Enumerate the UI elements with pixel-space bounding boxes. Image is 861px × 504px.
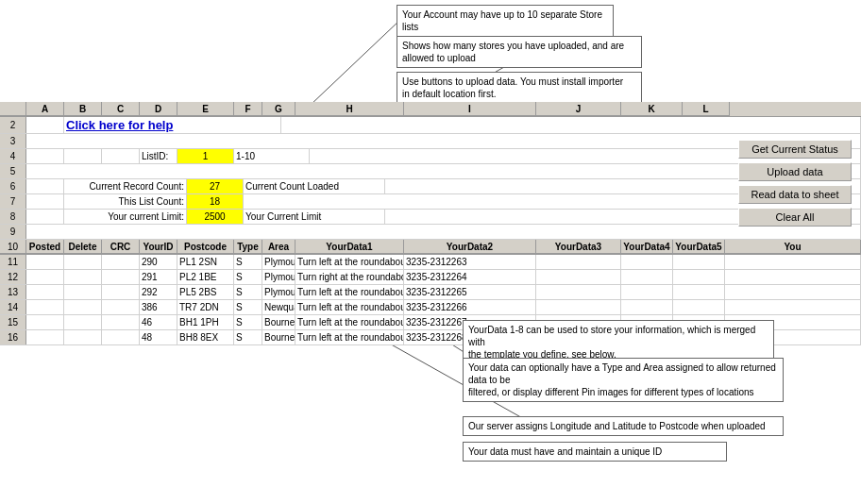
help-link[interactable]: Click here for help: [66, 118, 173, 132]
annotation-store-lists: Your Account may have up to 10 separate …: [397, 5, 614, 37]
buttons-panel: Get Current Status Upload data Read data…: [738, 140, 852, 230]
row-num-6: 6: [0, 179, 26, 193]
col-yourdata3: YourData3: [536, 240, 621, 254]
cell-4f-range: 1-10: [234, 149, 310, 163]
col-header-rownum: [0, 102, 26, 116]
annotation-use-buttons: Use buttons to upload data. You must ins…: [397, 72, 642, 104]
get-current-status-button[interactable]: Get Current Status: [738, 140, 852, 159]
table-row: 13 292 PL5 2BS S Plymouth Plymouth Turn …: [0, 285, 861, 300]
cell-4e-listid[interactable]: 1: [177, 149, 234, 163]
cell-5: [26, 164, 861, 178]
col-you: You: [725, 240, 861, 254]
table-row: 11 290 PL1 2SN S Plymouth Devon Turn lef…: [0, 255, 861, 270]
col-header-k: K: [621, 102, 683, 116]
cell-7-label: This List Count:: [64, 194, 187, 209]
cell-8-label: Your current Limit:: [64, 210, 187, 224]
clear-all-button[interactable]: Clear All: [738, 208, 852, 227]
col-header-a: A: [26, 102, 64, 116]
col-header-l: L: [683, 102, 730, 116]
cell-8-value: 2500: [187, 210, 244, 224]
cell-4a: [26, 149, 64, 163]
annotation-type-area: Your data can optionally have a Type and…: [463, 358, 784, 402]
cell-6-note: Current Count Loaded: [244, 179, 385, 193]
annotation-longitude: Our server assigns Longitude and Latitud…: [463, 416, 784, 436]
col-header-e: E: [177, 102, 234, 116]
row-num-7: 7: [0, 194, 26, 209]
col-posted: Posted: [26, 240, 64, 254]
row-num-10: 10: [0, 240, 26, 254]
col-header-d: D: [140, 102, 177, 116]
read-data-to-sheet-button[interactable]: Read data to sheet: [738, 185, 852, 204]
annotation-unique-id: Your data must have and maintain a uniqu…: [463, 442, 727, 462]
col-yourdata5: YourData5: [673, 240, 725, 254]
table-row: 14 386 TR7 2DN S Newquay Cornwall Turn l…: [0, 300, 861, 315]
cell-6-value: 27: [187, 179, 244, 193]
col-area: Area: [262, 240, 295, 254]
col-header-c: C: [102, 102, 140, 116]
cell-6-label: Current Record Count:: [64, 179, 187, 193]
cell-6a: [26, 179, 64, 193]
row-num-5: 5: [0, 164, 26, 178]
cell-2a: [26, 117, 64, 133]
col-header-i: I: [404, 102, 536, 116]
spreadsheet-header: A B C D E F G H I J K L 2 Click here for…: [0, 102, 861, 345]
col-postcode: Postcode: [177, 240, 234, 254]
col-delete: Delete: [64, 240, 102, 254]
cell-7-value: 18: [187, 194, 244, 209]
cell-8-note: Your Current Limit: [244, 210, 385, 224]
col-yourid: YourID: [140, 240, 177, 254]
col-type: Type: [234, 240, 262, 254]
cell-4d-label: ListID:: [140, 149, 177, 163]
col-yourdata1: YourData1: [295, 240, 404, 254]
cell-2-rest: [281, 117, 861, 133]
col-header-b: B: [64, 102, 102, 116]
cell-7a: [26, 194, 64, 209]
col-header-j: J: [536, 102, 621, 116]
cell-9: [26, 225, 861, 239]
cell-4c: [102, 149, 140, 163]
spreadsheet: Your Account may have up to 10 separate …: [0, 0, 861, 504]
col-yourdata4: YourData4: [621, 240, 673, 254]
col-header-g: G: [262, 102, 295, 116]
row-num-3: 3: [0, 134, 26, 148]
cell-4b: [64, 149, 102, 163]
table-row: 12 291 PL2 1BE S Plymouth Devon Turn rig…: [0, 270, 861, 285]
row-num-2: 2: [0, 117, 26, 133]
row-num-9: 9: [0, 225, 26, 239]
col-crc: CRC: [102, 240, 140, 254]
col-header-h: H: [295, 102, 404, 116]
col-header-f: F: [234, 102, 262, 116]
col-yourdata2: YourData2: [404, 240, 536, 254]
annotation-upload-count: Shows how many stores you have uploaded,…: [397, 36, 642, 68]
row-num-8: 8: [0, 210, 26, 224]
row-num-4: 4: [0, 149, 26, 163]
upload-data-button[interactable]: Upload data: [738, 162, 852, 181]
cell-8a: [26, 210, 64, 224]
cell-3: [26, 134, 861, 148]
cell-2b-help: Click here for help: [64, 117, 281, 133]
